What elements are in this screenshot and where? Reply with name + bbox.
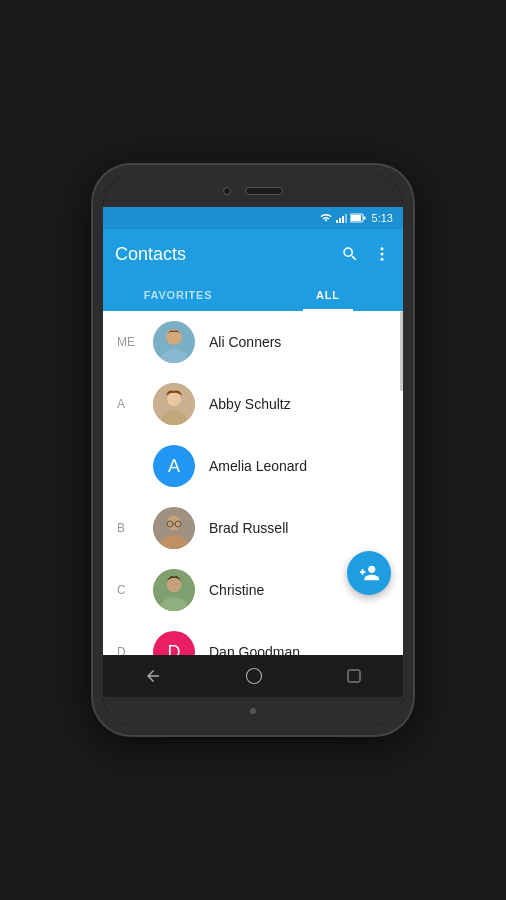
status-bar: 5:13 <box>103 207 403 229</box>
back-icon <box>144 667 162 685</box>
tabs-bar: FAVORITES ALL <box>103 279 403 311</box>
phone-top-hardware <box>103 175 403 207</box>
svg-point-15 <box>167 392 181 406</box>
contact-name-brad: Brad Russell <box>209 520 288 536</box>
bottom-navigation <box>103 655 403 697</box>
bottom-indicator <box>250 708 256 714</box>
avatar-abby <box>153 383 195 425</box>
section-label-me: ME <box>117 335 139 349</box>
more-options-icon <box>373 245 391 263</box>
home-icon <box>245 667 263 685</box>
home-button[interactable] <box>245 667 263 685</box>
contact-list[interactable]: ME Ali Conners A <box>103 311 403 655</box>
avatar-brad <box>153 507 195 549</box>
status-icons <box>320 213 366 223</box>
battery-icon <box>350 213 366 223</box>
section-label-d: D <box>117 645 139 655</box>
back-button[interactable] <box>144 667 162 685</box>
section-label-b: B <box>117 521 139 535</box>
phone-device: 5:13 Contacts <box>93 165 413 735</box>
search-button[interactable] <box>341 245 359 263</box>
contact-name-amelia: Amelia Leonard <box>209 458 307 474</box>
avatar-amelia: A <box>153 445 195 487</box>
phone-screen: 5:13 Contacts <box>103 175 403 725</box>
contact-name-christine: Christine <box>209 582 264 598</box>
scroll-indicator <box>400 311 403 391</box>
contact-name-ali: Ali Conners <box>209 334 281 350</box>
svg-point-32 <box>246 669 261 684</box>
app-title: Contacts <box>115 244 341 265</box>
signal-icon <box>335 213 347 223</box>
tab-all[interactable]: ALL <box>253 279 403 311</box>
contact-name-dan: Dan Goodman <box>209 644 300 655</box>
contact-item-amelia[interactable]: A Amelia Leonard <box>103 435 403 497</box>
svg-rect-5 <box>363 217 365 220</box>
tab-favorites[interactable]: FAVORITES <box>103 279 253 311</box>
svg-point-8 <box>381 253 384 256</box>
app-bar: Contacts <box>103 229 403 279</box>
more-options-button[interactable] <box>373 245 391 263</box>
earpiece-speaker <box>245 187 283 195</box>
svg-point-20 <box>168 517 181 530</box>
app-bar-actions <box>341 245 391 263</box>
recent-apps-icon <box>346 668 362 684</box>
svg-rect-6 <box>351 215 361 221</box>
contact-name-abby: Abby Schultz <box>209 396 291 412</box>
svg-rect-0 <box>336 220 338 223</box>
status-time: 5:13 <box>372 212 393 224</box>
svg-point-9 <box>381 258 384 261</box>
add-person-icon <box>358 562 380 584</box>
svg-rect-33 <box>348 670 360 682</box>
section-label-a: A <box>117 397 139 411</box>
contact-item-ali[interactable]: ME Ali Conners <box>103 311 403 373</box>
search-icon <box>341 245 359 263</box>
avatar-ali <box>153 321 195 363</box>
contact-item-abby[interactable]: A Abby Schultz <box>103 373 403 435</box>
wifi-icon <box>320 213 332 223</box>
add-contact-fab[interactable] <box>347 551 391 595</box>
avatar-dan: D <box>153 631 195 655</box>
svg-point-7 <box>381 247 384 250</box>
contact-item-dan[interactable]: D D Dan Goodman <box>103 621 403 655</box>
recent-apps-button[interactable] <box>346 668 362 684</box>
contact-item-brad[interactable]: B Brad Russell <box>103 497 403 559</box>
section-label-c: C <box>117 583 139 597</box>
svg-point-27 <box>168 579 181 592</box>
screen-content: 5:13 Contacts <box>103 207 403 697</box>
phone-bottom-hardware <box>103 697 403 725</box>
svg-rect-3 <box>345 214 347 223</box>
svg-rect-2 <box>342 216 344 223</box>
front-camera <box>223 187 231 195</box>
avatar-christine <box>153 569 195 611</box>
svg-rect-1 <box>339 218 341 223</box>
